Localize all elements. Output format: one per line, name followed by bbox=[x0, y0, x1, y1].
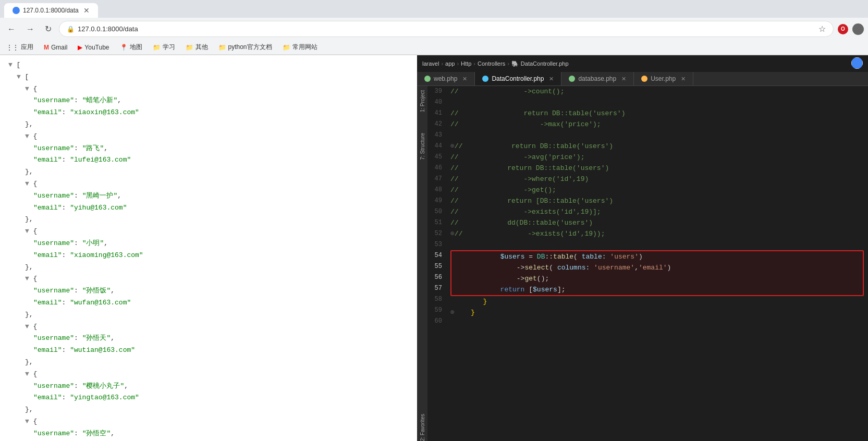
breadcrumb-laravel: laravel bbox=[422, 60, 439, 67]
code-line-53 bbox=[450, 239, 864, 250]
browser-tab-active[interactable]: 127.0.0.1:8000/data ✕ bbox=[4, 3, 98, 18]
ln-42: 42 bbox=[430, 119, 442, 130]
panel-project[interactable]: 1: Project bbox=[420, 90, 425, 112]
ide-panel: laravel › app › Http › Controllers › 🐘 D… bbox=[417, 55, 868, 441]
lock-icon: 🔒 bbox=[67, 26, 75, 33]
forward-button[interactable]: → bbox=[23, 22, 38, 36]
ide-tab-web[interactable]: web.php ✕ bbox=[417, 72, 475, 85]
code-line-46: // return DB::table('users') bbox=[450, 163, 864, 174]
json-user5-username: "username": "孙悟饭", bbox=[0, 285, 417, 297]
code-content: // ->count(); // return DB::table('users… bbox=[446, 86, 868, 441]
json-panel: ▼ [ ▼ [ ▼ { "username": "蜡笔小新", "email":… bbox=[0, 55, 417, 441]
ln-59: 59 bbox=[430, 305, 442, 316]
json-user6-username: "username": "孙悟天", bbox=[0, 333, 417, 345]
ln-51: 51 bbox=[430, 217, 442, 228]
ide-breadcrumb: laravel › app › Http › Controllers › 🐘 D… bbox=[417, 55, 868, 72]
bookmark-youtube[interactable]: ▶ YouTube bbox=[76, 43, 111, 52]
json-user1-username: "username": "蜡笔小新", bbox=[0, 95, 417, 107]
bookmark-other[interactable]: 📁 其他 bbox=[184, 42, 210, 53]
json-obj2-open: ▼ { bbox=[0, 131, 417, 143]
ide-panel-tabs: 1: Project 7: Structure 2: Favorites bbox=[417, 86, 427, 441]
tab-close-web[interactable]: ✕ bbox=[462, 76, 467, 82]
refresh-button[interactable]: ↻ bbox=[42, 22, 55, 36]
panel-structure[interactable]: 7: Structure bbox=[420, 133, 425, 160]
json-user3-username: "username": "黑崎一护", bbox=[0, 190, 417, 202]
bookmark-common[interactable]: 📁 常用网站 bbox=[280, 42, 320, 53]
bookmark-gmail[interactable]: M Gmail bbox=[42, 43, 69, 52]
url-text: 127.0.0.1:8000/data bbox=[78, 25, 815, 33]
json-array-open: ▼ [ bbox=[0, 71, 417, 83]
json-obj7-open: ▼ { bbox=[0, 369, 417, 381]
ide-tab-user[interactable]: User.php ✕ bbox=[634, 72, 693, 85]
ln-53: 53 bbox=[430, 239, 442, 250]
bookmarks-bar: ⋮⋮ 应用 M Gmail ▶ YouTube 📍 地图 📁 学习 📁 其他 📁… bbox=[0, 40, 868, 55]
json-obj3-close: }, bbox=[0, 214, 417, 226]
line-numbers: 39 40 41 42 43 44 45 46 47 48 49 50 51 5… bbox=[427, 86, 446, 441]
json-obj8-open: ▼ { bbox=[0, 416, 417, 428]
json-user2-username: "username": "路飞", bbox=[0, 143, 417, 155]
bookmark-python[interactable]: 📁 python官方文档 bbox=[216, 42, 274, 53]
back-button[interactable]: ← bbox=[4, 22, 19, 36]
tab-close-datacontroller[interactable]: ✕ bbox=[549, 76, 554, 82]
json-obj6-close: }, bbox=[0, 357, 417, 369]
json-obj7-close: }, bbox=[0, 404, 417, 416]
breadcrumb-file-icon: 🐘 bbox=[511, 60, 519, 67]
tab-icon-datacontroller bbox=[482, 76, 488, 82]
ln-57: 57 bbox=[430, 283, 442, 294]
ln-40: 40 bbox=[430, 97, 442, 108]
bookmark-maps[interactable]: 📍 地图 bbox=[118, 42, 144, 53]
code-line-51: // dd(DB::table('users') bbox=[450, 217, 864, 228]
highlight-block: $users = DB::table( table: 'users') ->se… bbox=[450, 250, 864, 296]
code-line-39: // ->count(); bbox=[450, 86, 864, 97]
json-obj2-close: }, bbox=[0, 166, 417, 178]
ln-60: 60 bbox=[430, 316, 442, 327]
opera-icon[interactable]: O bbox=[838, 24, 848, 34]
breadcrumb-app: app bbox=[445, 60, 455, 67]
json-obj1-close: }, bbox=[0, 119, 417, 131]
address-bar[interactable]: 🔒 127.0.0.1:8000/data ☆ bbox=[59, 21, 834, 37]
ln-48: 48 bbox=[430, 185, 442, 195]
json-obj5-close: }, bbox=[0, 309, 417, 321]
browser-chrome: 127.0.0.1:8000/data ✕ ← → ↻ 🔒 127.0.0.1:… bbox=[0, 0, 868, 55]
ide-tab-database[interactable]: database.php ✕ bbox=[561, 72, 634, 85]
nav-bar: ← → ↻ 🔒 127.0.0.1:8000/data ☆ O bbox=[0, 18, 868, 40]
ide-code-area[interactable]: 39 40 41 42 43 44 45 46 47 48 49 50 51 5… bbox=[427, 86, 868, 441]
ln-47: 47 bbox=[430, 174, 442, 185]
code-line-41: // return DB::table('users') bbox=[450, 108, 864, 119]
tab-title: 127.0.0.1:8000/data bbox=[23, 7, 79, 14]
ide-tab-datacontroller[interactable]: DataController.php ✕ bbox=[475, 72, 561, 85]
json-user4-email: "email": "xiaoming@163.com" bbox=[0, 250, 417, 262]
breadcrumb-http: Http bbox=[461, 60, 471, 67]
bookmark-study[interactable]: 📁 学习 bbox=[151, 42, 177, 53]
json-user8-username: "username": "孙悟空", bbox=[0, 428, 417, 440]
code-line-59: ⊕ } bbox=[450, 307, 864, 318]
code-line-49: // return [DB::table('users') bbox=[450, 195, 864, 206]
tab-close-user[interactable]: ✕ bbox=[681, 76, 686, 82]
ln-43: 43 bbox=[430, 130, 442, 141]
json-user2-email: "email": "lufei@163.com" bbox=[0, 154, 417, 166]
tab-label-user: User.php bbox=[651, 75, 676, 82]
code-line-54: $users = DB::table( table: 'users') bbox=[451, 251, 863, 262]
tab-close-btn[interactable]: ✕ bbox=[83, 6, 90, 15]
panel-favorites[interactable]: 2: Favorites bbox=[420, 414, 425, 441]
ln-46: 46 bbox=[430, 163, 442, 174]
bookmark-apps[interactable]: ⋮⋮ 应用 bbox=[4, 42, 35, 53]
json-user1-email: "email": "xiaoxin@163.com" bbox=[0, 107, 417, 119]
profile-icon[interactable] bbox=[852, 23, 864, 35]
code-line-57: return [$users]; bbox=[451, 284, 863, 295]
tab-icon-user bbox=[641, 76, 647, 82]
tab-favicon bbox=[13, 7, 20, 14]
code-line-56: ->get(); bbox=[451, 273, 863, 284]
code-line-47: // ->where('id',19) bbox=[450, 174, 864, 185]
ln-58: 58 bbox=[430, 294, 442, 305]
ln-55: 55 bbox=[430, 261, 442, 272]
breadcrumb-controllers: Controllers bbox=[478, 60, 505, 67]
tab-close-database[interactable]: ✕ bbox=[621, 76, 626, 82]
breadcrumb-file: DataController.php bbox=[521, 60, 569, 67]
bookmark-star-icon[interactable]: ☆ bbox=[818, 24, 826, 34]
code-line-40 bbox=[450, 97, 864, 108]
tab-icon-database bbox=[569, 76, 575, 82]
code-line-43 bbox=[450, 130, 864, 141]
json-obj3-open: ▼ { bbox=[0, 178, 417, 190]
chrome-icon bbox=[851, 57, 863, 69]
